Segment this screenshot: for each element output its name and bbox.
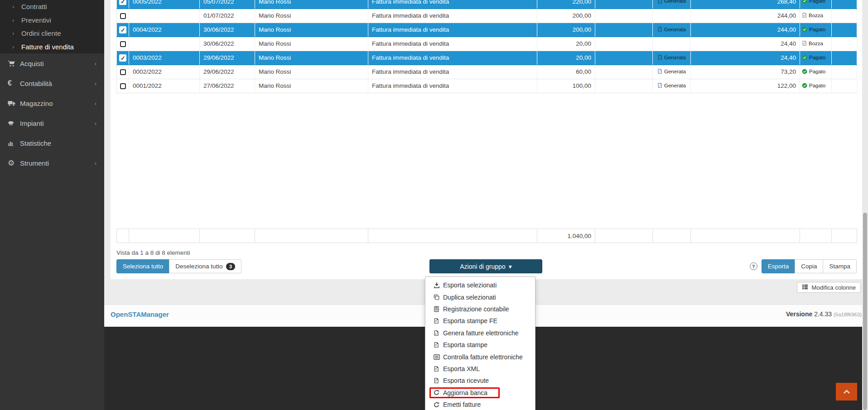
column-list-icon bbox=[802, 284, 808, 291]
cell-fe-status bbox=[653, 37, 691, 51]
menu-item-esporta-selezionati[interactable]: Esporta selezionati bbox=[425, 279, 535, 291]
sidebar-submenu-item-preventivi[interactable]: › Preventivi bbox=[0, 14, 104, 27]
table-row[interactable]: 0005/2022 05/07/2022 Mario Rossi Fattura… bbox=[117, 0, 857, 9]
row-checkbox[interactable] bbox=[120, 69, 126, 75]
menu-item-controlla-fatture-elettroniche[interactable]: Controlla fatture elettroniche bbox=[425, 351, 535, 362]
menu-item-esporta-stampe[interactable]: Esporta stampe bbox=[425, 339, 535, 351]
file-blue-icon bbox=[657, 82, 662, 88]
cell-client: Mario Rossi bbox=[255, 23, 368, 37]
cell-number bbox=[129, 9, 200, 23]
table-row[interactable]: 0004/2022 30/06/2022 Mario Rossi Fattura… bbox=[117, 23, 857, 37]
chart-icon bbox=[8, 140, 20, 146]
cell-type: Fattura immediata di vendita bbox=[368, 65, 537, 79]
menu-item-aggiorna-banca[interactable]: Aggiorna banca bbox=[425, 387, 535, 399]
cell-status: Bozza bbox=[800, 37, 832, 51]
invoice-table-container: 0005/2022 05/07/2022 Mario Rossi Fattura… bbox=[116, 0, 857, 93]
chevron-right-icon: › bbox=[12, 3, 21, 10]
truck-icon bbox=[8, 100, 20, 106]
menu-item-label: Esporta selezionati bbox=[443, 281, 497, 289]
cell-total: 268,40 bbox=[691, 0, 800, 9]
cell-status: Pagato bbox=[800, 0, 832, 9]
menu-item-label: Esporta stampe FE bbox=[443, 317, 497, 324]
table-row[interactable]: 30/06/2022 Mario Rossi Fattura immediata… bbox=[117, 37, 857, 51]
vertical-scrollbar[interactable] bbox=[862, 0, 868, 410]
select-all-button[interactable]: Seleziona tutto bbox=[116, 259, 169, 273]
file-gray-icon bbox=[802, 12, 807, 18]
totals-row-container: 1.040,00 bbox=[116, 229, 857, 243]
sidebar-main-items: Acquisti ‹ € Contabilità ‹ Magazzino ‹ I… bbox=[0, 53, 104, 173]
menu-item-esporta-stampe-fe[interactable]: Esporta stampe FE bbox=[425, 315, 535, 327]
status-badge: Pagato bbox=[802, 55, 825, 60]
sidebar-item-impianti[interactable]: Impianti ‹ bbox=[0, 113, 104, 133]
sidebar-item-label: Impianti bbox=[20, 119, 44, 127]
sidebar-item-statistiche[interactable]: Statistiche bbox=[0, 133, 104, 153]
scroll-to-top-button[interactable] bbox=[836, 383, 857, 400]
cell-date: 30/06/2022 bbox=[200, 23, 255, 37]
menu-item-label: Esporta XML bbox=[443, 365, 480, 372]
status-badge: Pagato bbox=[802, 69, 825, 74]
menu-item-duplica-selezionati[interactable]: Duplica selezionati bbox=[425, 291, 535, 303]
sidebar-item-magazzino[interactable]: Magazzino ‹ bbox=[0, 93, 104, 113]
group-actions-button[interactable]: Azioni di gruppo ▾ bbox=[429, 259, 542, 273]
row-checkbox[interactable] bbox=[120, 83, 126, 89]
check-circle-icon bbox=[802, 83, 807, 88]
cell-status: Pagato bbox=[800, 65, 832, 79]
euro-icon: € bbox=[8, 79, 20, 87]
sidebar-item-label: Strumenti bbox=[20, 159, 49, 167]
cell-client: Mario Rossi bbox=[255, 51, 368, 65]
sidebar-submenu-item-ordini-cliente[interactable]: › Ordini cliente bbox=[0, 27, 104, 40]
row-checkbox[interactable] bbox=[120, 41, 126, 47]
edit-columns-button[interactable]: Modifica colonne bbox=[797, 282, 861, 293]
cell-type: Fattura immediata di vendita bbox=[368, 9, 537, 23]
row-checkbox[interactable] bbox=[120, 13, 126, 19]
file-archive-icon bbox=[434, 318, 440, 324]
sales-submenu: › Contratti › Preventivi › Ordini client… bbox=[0, 0, 104, 53]
cell-discount bbox=[595, 79, 653, 93]
check-circle-icon bbox=[802, 0, 807, 4]
menu-item-label: Duplica selezionati bbox=[443, 294, 496, 301]
print-button[interactable]: Stampa bbox=[823, 259, 857, 273]
cell-number bbox=[129, 37, 200, 51]
menu-item-genera-fatture-elettroniche[interactable]: Genera fatture elettroniche bbox=[425, 327, 535, 339]
brand-link[interactable]: OpenSTAManager bbox=[111, 310, 169, 318]
sidebar-item-strumenti[interactable]: ⚙ Strumenti ‹ bbox=[0, 153, 104, 173]
row-checkbox[interactable] bbox=[119, 0, 126, 5]
table-row[interactable]: 0003/2022 29/06/2022 Mario Rossi Fattura… bbox=[117, 51, 857, 65]
deselect-all-button[interactable]: Deseleziona tutto 3 bbox=[169, 259, 241, 273]
row-checkbox[interactable] bbox=[119, 26, 126, 33]
invoice-table-body: 0005/2022 05/07/2022 Mario Rossi Fattura… bbox=[117, 0, 857, 93]
table-row[interactable]: 0001/2022 27/06/2022 Mario Rossi Fattura… bbox=[117, 79, 857, 93]
file-blue-icon bbox=[657, 26, 662, 32]
invoice-panel: 0005/2022 05/07/2022 Mario Rossi Fattura… bbox=[111, 0, 863, 279]
cell-fe-status: Generata bbox=[653, 65, 691, 79]
menu-item-emetti-fatture[interactable]: Emetti fatture bbox=[425, 399, 535, 410]
table-row[interactable]: 0002/2022 29/06/2022 Mario Rossi Fattura… bbox=[117, 65, 857, 79]
sidebar: › Contratti › Preventivi › Ordini client… bbox=[0, 0, 104, 410]
cell-client: Mario Rossi bbox=[255, 65, 368, 79]
sidebar-item-acquisti[interactable]: Acquisti ‹ bbox=[0, 53, 104, 73]
calculator-icon bbox=[434, 306, 440, 312]
sidebar-item-contabilità[interactable]: € Contabilità ‹ bbox=[0, 73, 104, 93]
sidebar-submenu-item-fatture-di-vendita[interactable]: › Fatture di vendita bbox=[0, 40, 104, 54]
menu-item-esporta-xml[interactable]: Esporta XML bbox=[425, 363, 535, 375]
cell-taxable: 100,00 bbox=[537, 79, 595, 93]
sidebar-item-label: Magazzino bbox=[20, 100, 53, 107]
sidebar-item-label: Statistiche bbox=[20, 139, 51, 147]
status-badge: Bozza bbox=[802, 12, 823, 18]
table-row[interactable]: 01/07/2022 Mario Rossi Fattura immediata… bbox=[117, 9, 857, 23]
refresh-icon bbox=[434, 402, 440, 408]
scrollbar-thumb[interactable] bbox=[863, 213, 867, 410]
copy-button[interactable]: Copia bbox=[795, 259, 823, 273]
table-controls: Seleziona tutto Deseleziona tutto 3 Azio… bbox=[116, 259, 857, 274]
cell-total: 24,40 bbox=[691, 37, 800, 51]
export-button[interactable]: Esporta bbox=[762, 259, 796, 273]
cell-type: Fattura immediata di vendita bbox=[368, 79, 537, 93]
menu-item-esporta-ricevute[interactable]: Esporta ricevute bbox=[425, 375, 535, 386]
list-alt-icon bbox=[434, 354, 440, 360]
refresh-icon bbox=[434, 390, 440, 396]
help-icon[interactable]: ? bbox=[750, 262, 757, 270]
file-gray-icon bbox=[802, 40, 807, 46]
row-checkbox[interactable] bbox=[119, 54, 126, 62]
menu-item-registrazione-contabile[interactable]: Registrazione contabile bbox=[425, 303, 535, 315]
sidebar-submenu-item-contratti[interactable]: › Contratti bbox=[0, 0, 104, 14]
